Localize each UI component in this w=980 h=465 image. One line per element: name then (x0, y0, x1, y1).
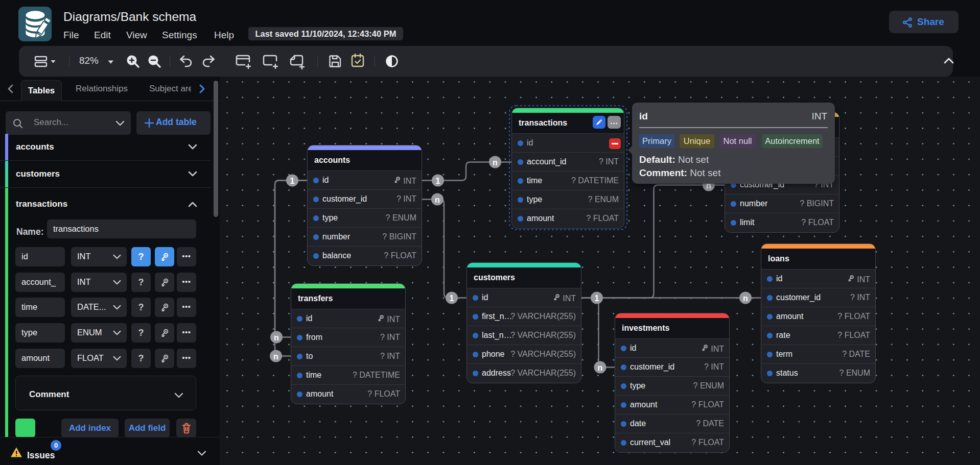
svg-text:n: n (743, 294, 748, 303)
svg-text:1: 1 (290, 177, 295, 185)
svg-text:n: n (273, 352, 278, 361)
svg-text:1: 1 (595, 294, 599, 303)
svg-text:n: n (435, 195, 440, 204)
svg-text:1: 1 (450, 294, 454, 303)
svg-text:1: 1 (436, 177, 440, 185)
svg-text:n: n (598, 363, 603, 372)
svg-text:n: n (493, 158, 498, 167)
svg-text:n: n (274, 333, 279, 342)
